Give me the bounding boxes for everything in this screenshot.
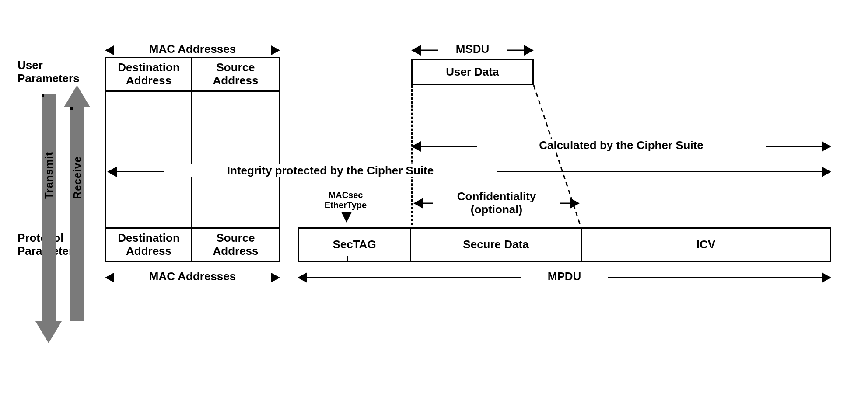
label-calculated-cipher: Calculated by the Cipher Suite (477, 139, 766, 152)
guide-line-right (279, 92, 280, 227)
sectag-tick (346, 256, 348, 262)
box-secure-data: Secure Data (410, 227, 582, 262)
macsec-diagram: User Parameters Protocol Parameters Tran… (18, 17, 849, 376)
box-icv: ICV (581, 227, 831, 262)
arrow-receive-head-icon (64, 85, 90, 107)
label-msdu: MSDU (438, 43, 508, 56)
box-user-data: User Data (411, 59, 534, 85)
box-sectag: SecTAG (298, 227, 411, 262)
label-confidentiality: Confidentiality (optional) (433, 190, 560, 216)
label-mpdu: MPDU (521, 270, 608, 283)
label-mac-addresses-bottom: MAC Addresses (114, 270, 271, 283)
label-protocol-parameters: Protocol Parameters (18, 232, 96, 258)
box-destination-address-bottom: Destination Address (105, 227, 192, 262)
guide-line-mid (191, 92, 192, 227)
box-source-address-top: Source Address (191, 57, 280, 92)
label-integrity-cipher: Integrity protected by the Cipher Suite (164, 164, 497, 177)
label-receive: Receive (71, 111, 84, 199)
box-source-address-bottom: Source Address (191, 227, 280, 262)
dash-userdata-left (411, 85, 413, 225)
label-mac-addresses-top: MAC Addresses (114, 43, 271, 56)
box-destination-address-top: Destination Address (105, 57, 192, 92)
arrow-transmit-head-icon (35, 321, 62, 343)
label-transmit: Transmit (43, 111, 55, 199)
guide-line-left (105, 92, 106, 227)
label-macsec-ethertype: MACsec EtherType (315, 190, 376, 210)
label-user-parameters: User Parameters (18, 59, 96, 85)
arrow-ethertype-down-icon (341, 212, 352, 223)
